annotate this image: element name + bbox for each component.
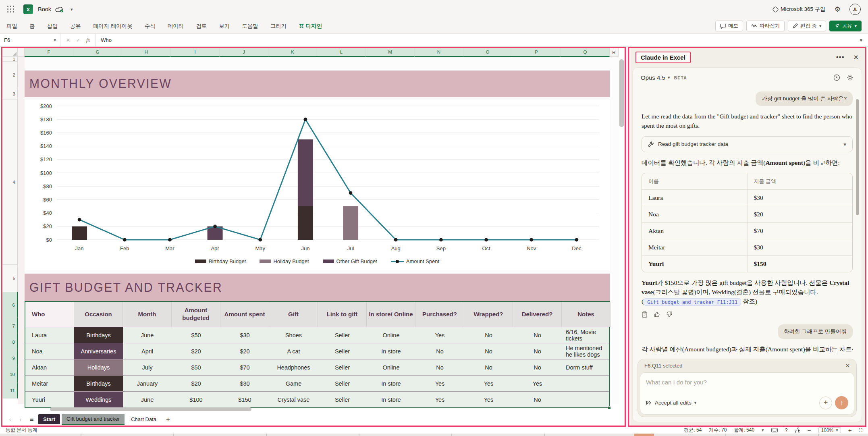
table-cell[interactable]: Seller — [318, 376, 367, 391]
column-header-G[interactable]: G — [73, 48, 122, 57]
gift-budget-table[interactable]: WhoOccasionMonthAmount budgetedAmount sp… — [25, 301, 610, 408]
ribbon-tab-도움말[interactable]: 도움말 — [242, 23, 258, 30]
row-header-9[interactable]: 9 — [2, 350, 18, 366]
table-header-cell[interactable]: Amount budgeted — [172, 302, 220, 327]
ribbon-tab-표 디자인[interactable]: 표 디자인 — [299, 23, 322, 30]
ribbon-tab-홈[interactable]: 홈 — [29, 23, 35, 30]
model-selector[interactable]: Opus 4.5▾ — [641, 74, 670, 81]
table-cell[interactable]: $20 — [220, 343, 269, 359]
column-header-R[interactable]: R — [610, 48, 619, 57]
column-header-K[interactable]: K — [268, 48, 317, 57]
ribbon-tab-그리기[interactable]: 그리기 — [270, 23, 287, 30]
table-cell[interactable]: Headphones — [269, 359, 318, 375]
column-header-N[interactable]: N — [415, 48, 463, 57]
chat-input[interactable]: What can I do for you? Accept all edits▾… — [640, 372, 854, 415]
ribbon-tab-보기[interactable]: 보기 — [219, 23, 230, 30]
table-header-cell[interactable]: Gift — [269, 302, 318, 327]
cancel-entry-icon[interactable]: ✕ — [66, 37, 71, 43]
table-cell[interactable]: In store — [367, 392, 415, 407]
table-cell[interactable]: April — [123, 343, 172, 359]
settings-gear-icon[interactable]: ⚙ — [835, 5, 841, 14]
table-cell[interactable]: $150 — [220, 392, 269, 407]
table-cell[interactable]: Meitar — [25, 376, 74, 391]
column-header-Q[interactable]: Q — [561, 48, 610, 57]
table-header-cell[interactable]: Occasion — [74, 302, 123, 327]
row-header-10[interactable]: 10 — [2, 366, 18, 382]
table-cell[interactable]: No — [513, 392, 562, 407]
table-cell[interactable]: Birthdays — [74, 327, 123, 343]
ribbon-tab-파일[interactable]: 파일 — [6, 23, 17, 30]
ribbon-tab-데이터[interactable]: 데이터 — [168, 23, 184, 30]
prev-sheet-icon[interactable]: ‹ — [6, 416, 15, 422]
buy-microsoft365-button[interactable]: Microsoft 365 구입 — [773, 6, 826, 13]
row-header-6[interactable]: 6 — [2, 292, 18, 318]
next-sheet-icon[interactable]: › — [16, 416, 25, 422]
table-cell[interactable]: No — [513, 359, 562, 375]
send-button[interactable]: ↑ — [835, 396, 848, 409]
monthly-overview-chart[interactable]: $0$20$40$60$80$100$120$140$160$180$200Ja… — [25, 100, 610, 270]
table-cell[interactable] — [562, 376, 609, 391]
table-cell[interactable]: Yes — [415, 327, 464, 343]
table-cell[interactable]: Seller — [318, 327, 367, 343]
table-cell[interactable]: Seller — [318, 343, 367, 359]
table-cell[interactable]: No — [464, 343, 513, 359]
column-header-M[interactable]: M — [366, 48, 415, 57]
add-sheet-icon[interactable]: + — [166, 415, 170, 424]
table-cell[interactable]: January — [123, 376, 172, 391]
avatar[interactable]: JL — [849, 4, 861, 15]
sheet-list-icon[interactable]: ≡ — [30, 416, 33, 423]
column-header-F[interactable]: F — [25, 48, 73, 57]
accessibility-icon[interactable] — [795, 428, 800, 433]
row-header-2[interactable]: 2 — [2, 62, 18, 88]
table-header-cell[interactable]: Purchased? — [415, 302, 464, 327]
row-header-11[interactable]: 11 — [2, 382, 18, 399]
vertical-scrollbar[interactable] — [619, 58, 624, 400]
table-cell[interactable]: Shoes — [269, 327, 318, 343]
table-cell[interactable]: $20 — [172, 376, 220, 391]
comments-button[interactable]: 메모 — [715, 21, 743, 31]
ribbon-tab-삽입[interactable]: 삽입 — [47, 23, 58, 30]
row-header-3[interactable]: 3 — [2, 88, 18, 100]
ribbon-tab-검토[interactable]: 검토 — [196, 23, 207, 30]
help-icon[interactable]: ? — [785, 427, 788, 433]
column-header-P[interactable]: P — [512, 48, 561, 57]
table-cell[interactable]: Yes — [415, 392, 464, 407]
table-cell[interactable]: Seller — [318, 392, 367, 407]
fullscreen-icon[interactable]: ⛶ — [859, 428, 862, 433]
table-cell[interactable]: $50 — [172, 327, 220, 343]
table-header-cell[interactable]: Delivered? — [513, 302, 562, 327]
table-header-cell[interactable]: Month — [123, 302, 172, 327]
table-cell[interactable]: Noa — [25, 343, 74, 359]
table-cell[interactable]: Aktan — [25, 359, 74, 375]
table-cell[interactable]: $30 — [220, 376, 269, 391]
cells-area[interactable]: MONTHLY OVERVIEW $0$20$40$60$80$100$120$… — [18, 57, 619, 404]
thumbs-down-icon[interactable] — [666, 311, 673, 318]
table-cell[interactable]: Yes — [415, 376, 464, 391]
zoom-in-icon[interactable]: + — [848, 427, 852, 434]
expand-formula-bar-icon[interactable]: ▾ — [854, 34, 868, 46]
table-cell[interactable]: In store — [367, 376, 415, 391]
tool-call-card[interactable]: Read gift budget tracker data ▾ — [642, 136, 853, 152]
table-cell[interactable]: No — [415, 359, 464, 375]
table-cell[interactable]: Anniversaries — [74, 343, 123, 359]
sheet-tab-chart-data[interactable]: Chart Data — [126, 414, 161, 424]
table-header-cell[interactable]: In store/ Online — [367, 302, 415, 327]
sheet-tab-gift-budget[interactable]: Gift budget and tracker — [62, 414, 125, 425]
column-header-J[interactable]: J — [220, 48, 268, 57]
table-cell[interactable]: Laura — [25, 327, 74, 343]
chat-scrollbar[interactable] — [856, 99, 859, 215]
row-header-1[interactable]: 1 — [2, 57, 18, 62]
tool-expand-chevron-icon[interactable]: ▾ — [843, 141, 846, 147]
table-header-cell[interactable]: Notes — [562, 302, 611, 327]
formula-input[interactable]: Who — [96, 34, 854, 46]
status-options-icon[interactable]: ▾ — [762, 428, 764, 433]
confirm-entry-icon[interactable]: ✓ — [76, 37, 81, 43]
table-cell[interactable]: Birthdays — [74, 376, 123, 391]
table-cell[interactable]: Game — [269, 376, 318, 391]
table-cell[interactable]: $30 — [220, 327, 269, 343]
insert-function-icon[interactable]: fx — [86, 37, 90, 44]
table-cell[interactable]: He mentioned he likes dogs — [562, 343, 609, 359]
table-cell[interactable]: A cat — [269, 343, 318, 359]
table-cell[interactable]: No — [464, 327, 513, 343]
zoom-level-control[interactable]: 100%▾ — [818, 427, 841, 433]
